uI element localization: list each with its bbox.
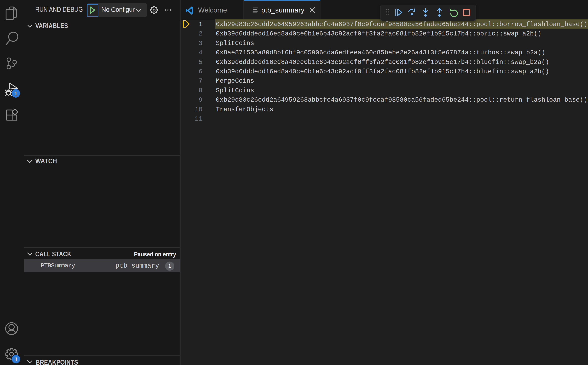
svg-text:1: 1	[14, 356, 18, 362]
svg-text:1: 1	[14, 91, 17, 97]
